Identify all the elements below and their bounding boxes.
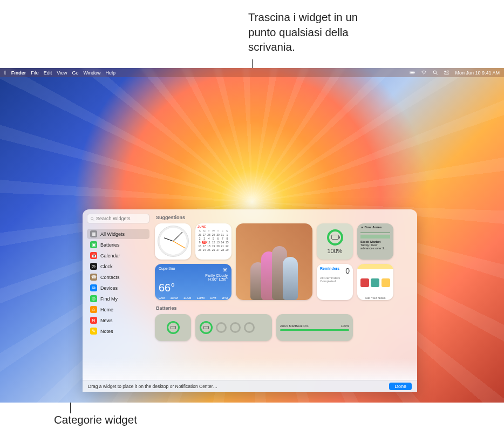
svg-rect-5 [445, 71, 446, 72]
sidebar-item-news[interactable]: NNews [87, 315, 149, 325]
battery-icon: ▣ [90, 241, 97, 248]
home-icon: ⌂ [90, 306, 97, 313]
callout-drag-widgets: Trascina i widget in un punto qualsiasi … [248, 10, 367, 55]
weather-hour: 12PM76° [197, 296, 205, 300]
weather-city: Cupertino [159, 267, 175, 281]
search-icon [90, 216, 94, 221]
done-button[interactable]: Done [389, 383, 412, 390]
sidebar-item-label: News [100, 318, 113, 323]
notes-caption: Add Your Notes [357, 296, 393, 299]
stocks-h3: advances over 2… [360, 247, 390, 250]
apple-menu-icon[interactable]:  [4, 70, 6, 76]
contacts-icon: ☎ [90, 274, 97, 281]
empty-ring-icon [244, 322, 255, 333]
weather-hour: 2PM78° [222, 296, 228, 300]
clock-icon: ◷ [90, 263, 97, 270]
photo-people [236, 223, 312, 300]
sidebar-item-label: Notes [100, 329, 113, 334]
widget-content: Suggestions [153, 209, 417, 380]
menubar:  Finder File Edit View Go Window Help M… [0, 68, 504, 77]
sidebar-item-contacts[interactable]: ☎Contacts [87, 272, 149, 282]
sidebar-item-label: Contacts [100, 275, 120, 280]
callout-categories: Categorie widget [54, 413, 137, 426]
svg-rect-2 [415, 72, 416, 73]
search-input[interactable] [96, 216, 146, 221]
menu-edit[interactable]: Edit [44, 70, 52, 76]
sidebar-item-clock[interactable]: ◷Clock [87, 261, 149, 271]
widget-battery-list[interactable]: Ana's MacBook Pro 100% [276, 314, 353, 341]
calendar-icon: 📅 [90, 252, 97, 259]
sidebar-item-label: Find My [100, 296, 118, 302]
menu-window[interactable]: Window [84, 70, 101, 76]
sidebar-item-label: Home [100, 307, 113, 312]
widget-battery-small[interactable] [155, 314, 191, 341]
weather-cond: Partly Cloudy [205, 274, 228, 277]
widget-photos[interactable] [236, 223, 312, 300]
news-icon: N [90, 317, 97, 324]
app-menu[interactable]: Finder [11, 70, 26, 76]
spotlight-icon[interactable] [432, 70, 438, 76]
sidebar-item-devices[interactable]: ⧉Devices [87, 283, 149, 293]
sidebar-item-notes[interactable]: ✎Notes [87, 326, 149, 336]
widget-calendar[interactable]: JUNE SMTWTFS2627282930311234567891011121… [195, 223, 231, 260]
sidebar-item-find-my[interactable]: ◎Find My [87, 294, 149, 304]
reminders-title: Reminders [320, 267, 339, 275]
sidebar-item-all-widgets[interactable]: ▦All Widgets [87, 229, 149, 239]
battery-ring-icon [327, 229, 343, 246]
notes-icon: ✎ [90, 328, 97, 335]
widget-reminders[interactable]: Reminders 0 All Reminders Completed [317, 264, 353, 300]
sidebar-item-home[interactable]: ⌂Home [87, 304, 149, 315]
svg-line-4 [436, 73, 438, 75]
reminders-count: 0 [345, 267, 350, 275]
battery-icon[interactable] [410, 70, 416, 76]
sidebar-item-label: Batteries [100, 242, 120, 248]
menu-view[interactable]: View [57, 70, 67, 76]
weather-hour: 11AM75° [183, 296, 191, 300]
svg-rect-6 [447, 71, 449, 72]
weather-hour: 1PM77° [210, 296, 216, 300]
svg-rect-1 [411, 72, 414, 73]
battery-percent: 100% [327, 248, 342, 254]
sidebar-item-label: Calendar [100, 253, 120, 258]
widget-stocks[interactable]: ▲ Dow Jones Stock Market Today: Dow adva… [357, 223, 393, 260]
footer-hint: Drag a widget to place it on the desktop… [88, 384, 217, 389]
weather-hour: 9AM73° [159, 296, 165, 300]
menu-file[interactable]: File [31, 70, 39, 76]
svg-point-3 [434, 71, 437, 74]
empty-ring-icon [230, 322, 241, 333]
section-batteries-title: Batteries [156, 305, 412, 311]
menubar-datetime[interactable]: Mon Jun 10 9:41 AM [455, 70, 500, 76]
sidebar-item-label: Devices [100, 285, 118, 291]
notes-header [357, 264, 393, 269]
widget-battery-medium[interactable] [195, 314, 272, 341]
menu-go[interactable]: Go [72, 70, 79, 76]
sidebar-item-calendar[interactable]: 📅Calendar [87, 250, 149, 261]
widget-battery[interactable]: 100% [317, 223, 353, 260]
widget-weather[interactable]: Cupertino ☀ Partly Cloudy H:80° L:56° 66… [155, 264, 231, 300]
svg-point-8 [91, 217, 93, 219]
control-center-icon[interactable] [444, 70, 449, 76]
empty-ring-icon [216, 322, 227, 333]
menu-help[interactable]: Help [106, 70, 116, 76]
weather-hour: 10AM75° [171, 296, 178, 300]
weather-range: H:80° L:56° [208, 277, 228, 281]
stocks-spark-icon [360, 229, 390, 239]
widget-sidebar: ▦All Widgets▣Batteries📅Calendar◷Clock☎Co… [83, 209, 153, 380]
battery-ring-icon [167, 321, 180, 334]
gallery-footer: Drag a widget to place it on the desktop… [83, 380, 417, 392]
macos-desktop:  Finder File Edit View Go Window Help M… [0, 68, 504, 403]
widget-clock[interactable] [155, 223, 191, 260]
section-suggestions-title: Suggestions [156, 215, 412, 220]
search-field[interactable] [87, 214, 149, 223]
svg-rect-7 [445, 73, 449, 74]
bat-device-pct: 100% [341, 324, 349, 328]
sidebar-item-batteries[interactable]: ▣Batteries [87, 240, 149, 250]
svg-line-9 [93, 219, 94, 220]
wifi-icon[interactable] [421, 70, 427, 76]
widget-notes[interactable]: Add Your Notes [357, 264, 393, 300]
battery-ring-icon [200, 321, 213, 334]
bat-bar [280, 329, 349, 331]
widget-gallery-panel: ▦All Widgets▣Batteries📅Calendar◷Clock☎Co… [83, 209, 417, 392]
weather-temp: 66° [159, 282, 228, 293]
sidebar-item-label: Clock [100, 264, 113, 269]
